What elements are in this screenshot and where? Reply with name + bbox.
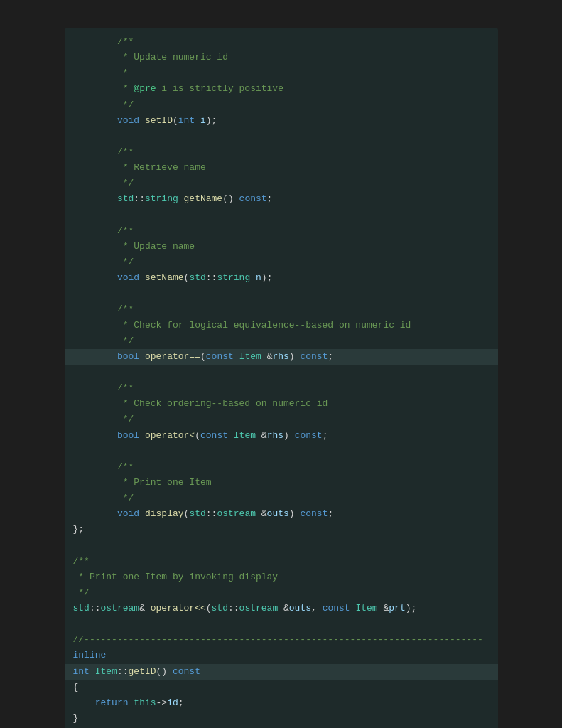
code-line: */ (65, 491, 498, 506)
code-line (65, 616, 498, 632)
code-line: /** (65, 459, 498, 475)
code-line: */ (65, 255, 498, 270)
code-line: * Update numeric id (65, 50, 498, 65)
code-line: int Item::getID() const (65, 664, 498, 680)
code-line: * @pre i is strictly positive (65, 81, 498, 97)
code-line: * Check ordering--based on numeric id (65, 396, 498, 412)
code-line: std::ostream& operator<<(std::ostream &o… (65, 601, 498, 616)
code-line: void setName(std::string n); (65, 270, 498, 286)
code-line: */ (65, 412, 498, 427)
code-line: inline (65, 648, 498, 663)
code-line: * Retrieve name (65, 160, 498, 176)
code-line: * (65, 65, 498, 81)
code-line: * Check for logical equivalence--based o… (65, 318, 498, 333)
code-line: * Print one Item (65, 475, 498, 491)
code-line: return this->id; (65, 695, 498, 711)
code-line: */ (65, 97, 498, 113)
code-line: bool operator==(const Item &rhs) const; (65, 349, 498, 365)
code-line (65, 538, 498, 554)
code-line: { (65, 680, 498, 695)
code-line (65, 286, 498, 301)
code-line: * Update name (65, 239, 498, 255)
code-line (65, 208, 498, 223)
code-line: */ (65, 333, 498, 349)
code-line: */ (65, 176, 498, 191)
code-line: */ (65, 585, 498, 601)
code-line: /** (65, 34, 498, 50)
code-line: }; (65, 522, 498, 537)
code-line: * Print one Item by invoking display (65, 569, 498, 585)
code-line (65, 365, 498, 380)
code-line: } (65, 711, 498, 727)
code-line: bool operator<(const Item &rhs) const; (65, 428, 498, 444)
code-line: /** (65, 554, 498, 569)
code-line: void setID(int i); (65, 113, 498, 129)
code-line (65, 129, 498, 144)
code-line: void display(std::ostream &outs) const; (65, 506, 498, 522)
code-line: //--------------------------------------… (65, 632, 498, 648)
code-line: /** (65, 301, 498, 317)
code-editor: /** * Update numeric id * * @pre i is st… (65, 28, 498, 728)
code-line: std::string getName() const; (65, 191, 498, 207)
code-line: /** (65, 380, 498, 396)
code-line: /** (65, 144, 498, 160)
code-line (65, 444, 498, 459)
code-line: /** (65, 223, 498, 239)
